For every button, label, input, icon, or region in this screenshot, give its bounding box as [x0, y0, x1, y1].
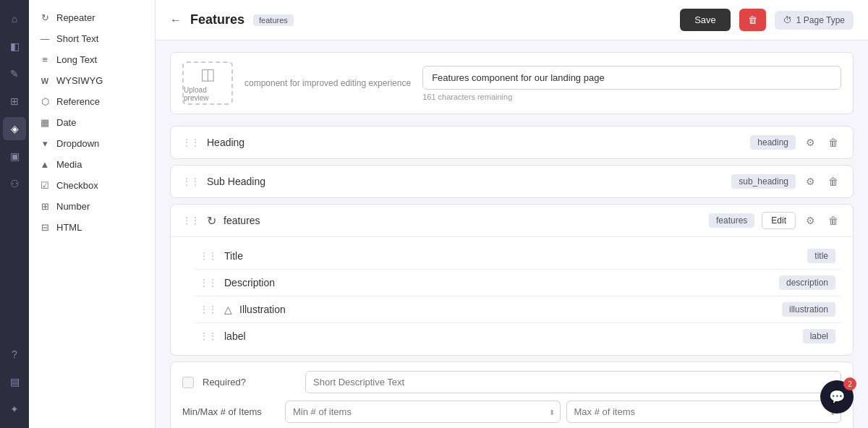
upload-description: component for improved editing experienc… — [244, 77, 411, 90]
drag-handle-title[interactable]: ⋮⋮ — [200, 251, 217, 261]
sub-heading-type-badge: sub_heading — [731, 174, 796, 189]
sidebar-item-long-text[interactable]: ≡ Long Text — [29, 49, 155, 70]
fields-sidebar: ↻ Repeater — Short Text ≡ Long Text W WY… — [29, 0, 156, 428]
sidebar-item-dropdown[interactable]: ▾ Dropdown — [29, 133, 155, 154]
drag-handle-illustration[interactable]: ⋮⋮ — [200, 304, 217, 314]
sidebar-item-label: HTML — [56, 222, 82, 233]
drag-handle-repeater[interactable]: ⋮⋮ — [182, 215, 200, 226]
description-input[interactable] — [422, 66, 841, 90]
nav-help-icon[interactable]: ? — [3, 343, 26, 366]
nested-fields: ⋮⋮ Title title ⋮⋮ Description descriptio… — [171, 237, 853, 355]
nav-settings-icon[interactable]: ✦ — [3, 398, 26, 421]
chat-icon: 💬 — [829, 389, 845, 405]
page-type-label: 1 Page Type — [796, 15, 845, 25]
nested-description-badge: description — [779, 275, 835, 290]
drag-handle-heading[interactable]: ⋮⋮ — [182, 137, 200, 147]
save-button[interactable]: Save — [680, 9, 731, 31]
nested-title-name: Title — [224, 250, 800, 262]
sidebar-item-label: Checkbox — [56, 180, 98, 191]
nested-illustration-row: ⋮⋮ △ Illustration illustration — [194, 296, 841, 323]
required-row: Required? — [182, 371, 841, 393]
repeater-delete-button[interactable]: 🗑 — [825, 212, 841, 229]
sidebar-item-short-text[interactable]: — Short Text — [29, 28, 155, 49]
main-content: ← Features features Save 🗑 ⏱ 1 Page Type… — [156, 0, 868, 428]
sidebar-item-media[interactable]: ▲ Media — [29, 154, 155, 175]
nav-home-icon[interactable]: ⌂ — [3, 7, 26, 30]
drag-handle-sub-heading[interactable]: ⋮⋮ — [182, 176, 200, 187]
description-input-area: 161 characters remaining — [422, 66, 841, 101]
heading-field-row: ⋮⋮ Heading heading ⚙ 🗑 — [170, 126, 854, 159]
sub-heading-field-name: Sub Heading — [207, 176, 724, 187]
sidebar-item-checkbox[interactable]: ☑ Checkbox — [29, 175, 155, 196]
nested-label-name: label — [224, 330, 796, 342]
sidebar-item-label: Long Text — [56, 54, 97, 65]
dropdown-icon: ▾ — [39, 138, 51, 149]
upload-icon: ◫ — [200, 65, 216, 84]
sub-heading-field-row: ⋮⋮ Sub Heading sub_heading ⚙ 🗑 — [170, 165, 854, 198]
repeater-type-badge: features — [709, 213, 754, 228]
nested-title-badge: title — [807, 249, 835, 263]
bottom-section: Required? Min/Max # of Items ⬍ ⬍ — [170, 361, 854, 428]
min-max-row: Min/Max # of Items ⬍ ⬍ — [182, 401, 841, 423]
nav-grid-icon[interactable]: ⊞ — [3, 90, 26, 113]
repeater-section: ⋮⋮ ↻ features features Edit ⚙ 🗑 ⋮⋮ Title… — [170, 204, 854, 356]
min-stepper-icon[interactable]: ⬍ — [549, 408, 555, 416]
max-items-input[interactable] — [566, 401, 842, 423]
repeater-settings-button[interactable]: ⚙ — [803, 212, 818, 229]
nested-label-badge: label — [803, 329, 835, 343]
delete-button[interactable]: 🗑 — [739, 9, 766, 31]
nav-users-icon[interactable]: ⚇ — [3, 172, 26, 195]
sidebar-item-reference[interactable]: ⬡ Reference — [29, 91, 155, 112]
repeater-spin-icon: ↻ — [207, 214, 216, 228]
number-icon: ⊞ — [39, 201, 51, 212]
html-icon: ⊟ — [39, 222, 51, 233]
nested-description-row: ⋮⋮ Description description — [194, 270, 841, 296]
sidebar-item-html[interactable]: ⊟ HTML — [29, 217, 155, 238]
sub-heading-delete-button[interactable]: 🗑 — [825, 173, 841, 190]
reference-icon: ⬡ — [39, 96, 51, 107]
wysiwyg-icon: W — [39, 77, 51, 85]
sidebar-item-label: Repeater — [56, 12, 95, 23]
nav-layers-icon[interactable]: ◧ — [3, 35, 26, 58]
sidebar-item-label: Media — [56, 159, 82, 170]
chars-remaining: 161 characters remaining — [422, 93, 841, 101]
sub-heading-settings-button[interactable]: ⚙ — [803, 173, 818, 190]
heading-type-badge: heading — [750, 135, 796, 150]
top-bar: ← Features features Save 🗑 ⏱ 1 Page Type — [156, 0, 868, 40]
page-type-icon: ⏱ — [783, 15, 792, 25]
long-text-icon: ≡ — [39, 54, 51, 65]
required-checkbox[interactable] — [182, 377, 194, 388]
sidebar-item-repeater[interactable]: ↻ Repeater — [29, 7, 155, 28]
required-input[interactable] — [305, 371, 841, 393]
drag-handle-description[interactable]: ⋮⋮ — [200, 278, 217, 288]
heading-field-name: Heading — [207, 137, 743, 148]
nested-label-row: ⋮⋮ label label — [194, 323, 841, 349]
sidebar-item-date[interactable]: ▦ Date — [29, 112, 155, 133]
min-items-input[interactable] — [285, 401, 561, 423]
nested-description-name: Description — [224, 277, 772, 288]
repeater-edit-button[interactable]: Edit — [762, 212, 796, 229]
features-tag: features — [253, 14, 294, 26]
nav-image-icon[interactable]: ▣ — [3, 145, 26, 168]
nav-layers2-icon[interactable]: ▤ — [3, 370, 26, 393]
repeater-name: features — [224, 215, 702, 226]
page-type-badge: ⏱ 1 Page Type — [775, 11, 854, 30]
upload-box[interactable]: ◫ Upload preview — [182, 61, 233, 105]
short-text-icon: — — [39, 33, 51, 44]
nested-illustration-name: Illustration — [239, 304, 775, 315]
drag-handle-label[interactable]: ⋮⋮ — [200, 331, 217, 341]
content-area: ◫ Upload preview component for improved … — [156, 40, 868, 428]
sidebar-item-label: Dropdown — [56, 138, 99, 149]
heading-settings-button[interactable]: ⚙ — [803, 134, 818, 151]
heading-delete-button[interactable]: 🗑 — [825, 134, 841, 151]
nav-edit-icon[interactable]: ✎ — [3, 62, 26, 85]
chat-bubble[interactable]: 💬 2 — [820, 380, 854, 414]
nav-tag-icon[interactable]: ◈ — [3, 117, 26, 140]
date-icon: ▦ — [39, 117, 51, 128]
back-button[interactable]: ← — [170, 14, 182, 27]
sidebar-item-label: Date — [56, 117, 76, 128]
required-label: Required? — [203, 377, 297, 388]
upload-preview-card: ◫ Upload preview component for improved … — [170, 52, 854, 114]
sidebar-item-wysiwyg[interactable]: W WYSIWYG — [29, 70, 155, 91]
sidebar-item-number[interactable]: ⊞ Number — [29, 196, 155, 217]
